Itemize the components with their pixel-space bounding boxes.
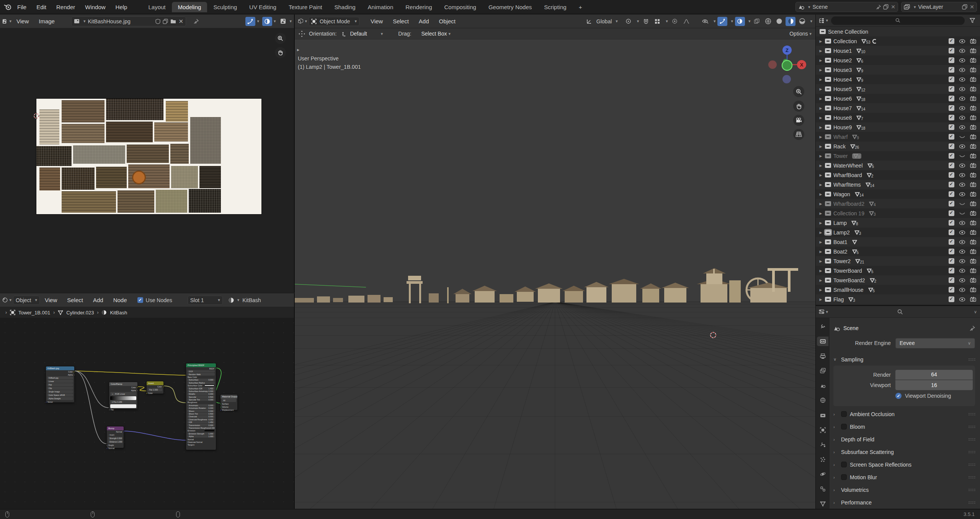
eye-closed-icon[interactable] (959, 154, 965, 158)
camera-render-icon[interactable] (970, 106, 976, 111)
pan-viewport-button[interactable] (793, 101, 804, 112)
ortho-toggle-button[interactable] (793, 129, 804, 140)
panel-grip[interactable] (968, 425, 975, 428)
overlays-toggle-icon[interactable] (262, 17, 272, 26)
camera-render-icon[interactable] (970, 172, 976, 177)
socket-out[interactable] (123, 431, 124, 433)
eye-open-icon[interactable] (959, 77, 965, 82)
expand-arrow-icon[interactable]: ▶ (818, 125, 823, 129)
panel-grip[interactable] (968, 501, 975, 504)
mode-dropdown[interactable]: Object Mode ▾ (309, 17, 359, 26)
expand-arrow-icon[interactable]: ▶ (818, 240, 823, 244)
outliner-row-smalllhouse[interactable]: ▶SmalllHouse5 (816, 285, 980, 294)
properties-tab-tool-icon[interactable] (817, 322, 828, 332)
shading-solid-icon[interactable] (774, 17, 784, 26)
duplicate-image-icon[interactable] (163, 19, 168, 24)
camera-render-icon[interactable] (970, 67, 976, 72)
filter-funnel-icon[interactable] (968, 16, 977, 25)
exclude-checkbox[interactable] (949, 277, 954, 283)
breadcrumb-material[interactable]: KitBash (110, 310, 127, 316)
section-enable-checkbox[interactable] (841, 424, 847, 430)
image-menu-view[interactable]: View (11, 18, 34, 24)
camera-render-icon[interactable] (970, 249, 976, 254)
eye-closed-icon[interactable] (959, 211, 965, 216)
exclude-checkbox[interactable] (949, 105, 954, 111)
camera-render-icon[interactable] (970, 163, 976, 168)
camera-render-icon[interactable] (970, 230, 976, 235)
section-motion-blur[interactable]: ›Motion Blur (833, 471, 975, 483)
outliner-row-house9[interactable]: ▶House918 (816, 122, 980, 132)
eye-open-icon[interactable] (959, 116, 965, 120)
exclude-checkbox[interactable] (949, 124, 954, 130)
outliner-row-tower2[interactable]: ▶Tower221 (816, 256, 980, 266)
material-sphere-icon[interactable] (227, 296, 236, 305)
properties-tab-scene-icon[interactable] (817, 381, 828, 390)
socket-out[interactable] (74, 371, 74, 373)
properties-tab-data-icon[interactable] (817, 499, 828, 509)
expand-arrow-icon[interactable]: ▶ (818, 269, 823, 273)
eye-open-icon[interactable] (959, 49, 965, 53)
expand-arrow-icon[interactable]: ▶ (818, 154, 823, 158)
remove-viewlayer-icon[interactable]: ✕ (970, 4, 974, 10)
eye-open-icon[interactable] (959, 87, 965, 91)
panel-grip[interactable] (968, 358, 975, 361)
outliner-row-wharf[interactable]: ▶Wharf9 (816, 132, 980, 142)
outliner-row-scene-collection[interactable]: Scene Collection (816, 27, 980, 36)
camera-render-icon[interactable] (970, 86, 976, 91)
expand-arrow-icon[interactable]: ▶ (818, 49, 823, 53)
editor-type-outliner-icon[interactable]: ▾ (819, 16, 828, 25)
show-gizmo-toggle-icon[interactable] (717, 17, 727, 26)
open-folder-icon[interactable] (170, 19, 176, 24)
expand-arrow-icon[interactable]: ▶ (818, 278, 823, 282)
shader-node-colorramp[interactable]: ColorRampColorAlpha+ − RGB Linear1 Pos 0… (109, 382, 138, 409)
color-swatch[interactable] (204, 385, 214, 386)
exclude-checkbox[interactable] (949, 57, 954, 63)
eye-open-icon[interactable] (959, 297, 965, 302)
pin-properties-icon[interactable] (969, 325, 975, 331)
expand-arrow-icon[interactable]: ▶ (818, 183, 823, 187)
properties-tab-output-icon[interactable] (817, 351, 828, 361)
camera-render-icon[interactable] (970, 201, 976, 206)
eye-closed-icon[interactable] (959, 202, 965, 206)
exclude-checkbox[interactable] (949, 134, 954, 140)
tab-modeling[interactable]: Modeling (172, 2, 207, 12)
section-performance[interactable]: ›Performance (833, 496, 975, 509)
camera-render-icon[interactable] (970, 77, 976, 82)
tab-rendering[interactable]: Rendering (399, 2, 438, 12)
camera-render-icon[interactable] (970, 58, 976, 63)
image-menu-image[interactable]: Image (34, 18, 60, 24)
eye-open-icon[interactable] (959, 163, 965, 168)
outliner-row-wharfboard[interactable]: ▶WharfBoard2 (816, 170, 980, 180)
exclude-checkbox[interactable] (949, 296, 954, 302)
menu-window[interactable]: Window (80, 4, 110, 10)
eye-open-icon[interactable] (959, 288, 965, 292)
section-bloom[interactable]: ›Bloom (833, 420, 975, 433)
zoom-gizmo-button[interactable] (275, 33, 286, 44)
exclude-checkbox[interactable] (949, 153, 954, 159)
zoom-viewport-button[interactable] (793, 86, 804, 97)
shading-rendered-icon[interactable] (797, 17, 807, 26)
shader-node-bump[interactable]: BumpNormal◦ InvertStrength 0.500Distance… (106, 426, 124, 448)
outliner-row-house2[interactable]: ▶House26 (816, 55, 980, 65)
properties-tab-viewlayer-icon[interactable] (817, 366, 828, 376)
editor-type-3d-icon[interactable]: ▾ (298, 17, 307, 26)
eye-open-icon[interactable] (959, 221, 965, 225)
panel-grip[interactable] (968, 438, 975, 441)
properties-tab-modifiers-icon[interactable] (817, 440, 828, 450)
use-nodes-checkbox[interactable]: ✓ Use Nodes (137, 297, 172, 303)
tab-layout[interactable]: Layout (142, 2, 172, 12)
expand-arrow-icon[interactable]: ▶ (818, 231, 823, 234)
viewport-denoising-row[interactable]: ✓ Viewport Denoising (833, 390, 973, 402)
editor-type-image-icon[interactable]: ▾ (2, 17, 11, 26)
camera-render-icon[interactable] (970, 211, 976, 216)
tab-uv-editing[interactable]: UV Editing (243, 2, 283, 12)
pivot-point-icon[interactable] (624, 17, 633, 26)
exclude-checkbox[interactable] (949, 38, 954, 44)
color-swatch[interactable] (204, 430, 214, 431)
socket-in[interactable] (107, 447, 108, 449)
render-engine-dropdown[interactable]: Eevee ∨ (895, 338, 975, 348)
expand-arrow-icon[interactable]: ▶ (818, 173, 823, 177)
outliner-row-collection-19[interactable]: ▶Collection 193 (816, 208, 980, 218)
socket-out[interactable] (215, 368, 216, 370)
expand-arrow-icon[interactable]: ▶ (818, 97, 823, 101)
